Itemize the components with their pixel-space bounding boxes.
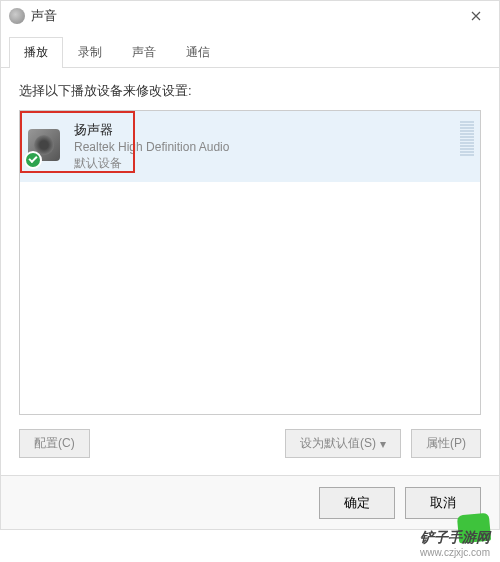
device-item[interactable]: 扬声器 Realtek High Definition Audio 默认设备 xyxy=(20,111,480,182)
tab-recording[interactable]: 录制 xyxy=(63,37,117,67)
properties-button[interactable]: 属性(P) xyxy=(411,429,481,458)
watermark-logo-icon xyxy=(457,513,491,544)
button-row-right: 设为默认值(S) ▾ 属性(P) xyxy=(285,429,481,458)
tab-playback[interactable]: 播放 xyxy=(9,37,63,68)
device-description: Realtek High Definition Audio xyxy=(74,140,229,154)
device-icon-wrap xyxy=(28,129,64,165)
tab-bar: 播放 录制 声音 通信 xyxy=(1,31,499,68)
sound-icon xyxy=(9,8,25,24)
device-info: 扬声器 Realtek High Definition Audio 默认设备 xyxy=(74,121,229,172)
set-default-button[interactable]: 设为默认值(S) ▾ xyxy=(285,429,401,458)
device-list[interactable]: 扬声器 Realtek High Definition Audio 默认设备 xyxy=(19,110,481,415)
tab-content: 选择以下播放设备来修改设置: 扬声器 Realtek High Definiti… xyxy=(1,68,499,472)
dialog-button-bar: 确定 取消 xyxy=(1,475,499,529)
configure-button[interactable]: 配置(C) xyxy=(19,429,90,458)
titlebar-left: 声音 xyxy=(9,7,57,25)
watermark-url: www.czjxjc.com xyxy=(420,547,490,558)
ok-button[interactable]: 确定 xyxy=(319,487,395,519)
set-default-label: 设为默认值(S) xyxy=(300,435,376,452)
level-meter-icon xyxy=(460,121,474,156)
sound-dialog: 声音 播放 录制 声音 通信 选择以下播放设备来修改设置: 扬声器 Realte… xyxy=(0,0,500,530)
tab-communications[interactable]: 通信 xyxy=(171,37,225,67)
titlebar: 声音 xyxy=(1,1,499,31)
device-status: 默认设备 xyxy=(74,155,229,172)
chevron-down-icon: ▾ xyxy=(380,437,386,451)
instruction-text: 选择以下播放设备来修改设置: xyxy=(19,82,481,100)
device-name: 扬声器 xyxy=(74,121,229,139)
tab-sounds[interactable]: 声音 xyxy=(117,37,171,67)
close-button[interactable] xyxy=(461,1,491,31)
window-title: 声音 xyxy=(31,7,57,25)
config-button-row: 配置(C) 设为默认值(S) ▾ 属性(P) xyxy=(19,429,481,458)
default-check-icon xyxy=(24,151,42,169)
